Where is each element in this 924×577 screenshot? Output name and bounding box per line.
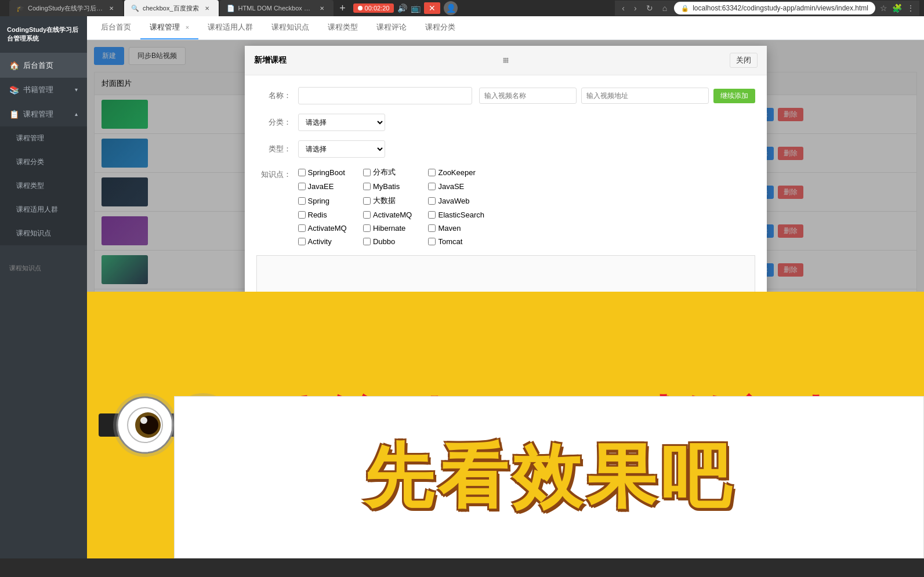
checkbox-redis[interactable]: Redis (298, 211, 354, 219)
drag-icon[interactable] (500, 55, 512, 66)
checkbox-activatemq-input[interactable] (363, 211, 371, 219)
tab-classify[interactable]: 课程分类 (416, 16, 465, 39)
tab-knowledge[interactable]: 课程知识点 (262, 16, 318, 39)
tab-course-mgmt[interactable]: 课程管理 × (140, 16, 198, 39)
sidebar-item-course-manage[interactable]: 课程管理 (0, 126, 87, 150)
sidebar-item-course-type[interactable]: 课程类型 (0, 174, 87, 198)
name-label: 名称： (256, 90, 291, 101)
tab-type[interactable]: 课程类型 (318, 16, 367, 39)
checkbox-redis-input[interactable] (298, 211, 306, 219)
checkbox-hibernate-input[interactable] (363, 224, 371, 232)
bookmark-icon[interactable]: ☆ (880, 3, 887, 13)
sidebar-item-course-knowledge[interactable]: 课程知识点 (0, 222, 87, 245)
app-logo: CodingStudy在线学习后台管理系统 (0, 16, 87, 53)
home-icon: 🏠 (9, 61, 19, 70)
checkbox-javase[interactable]: JavaSE (428, 182, 484, 191)
checkbox-javaweb-input[interactable] (428, 197, 436, 205)
sub-banner: 先看效果吧 (174, 396, 924, 558)
checkbox-springboot-input[interactable] (298, 169, 306, 176)
checkbox-activity[interactable]: Activity (298, 237, 354, 246)
name-input[interactable] (298, 87, 472, 104)
sidebar-item-course-classify[interactable]: 课程分类 (0, 150, 87, 174)
sidebar-home-label: 后台首页 (23, 60, 53, 71)
checkbox-springboot[interactable]: SpringBoot (298, 167, 354, 177)
checkbox-activatemq2-input[interactable] (298, 224, 306, 232)
category-field-row: 分类： 请选择 (256, 114, 755, 131)
checkbox-elasticsearch[interactable]: ElasticSearch (428, 211, 484, 219)
svg-point-3 (506, 61, 508, 63)
sidebar-item-extra[interactable]: 课程知识点 (0, 257, 87, 280)
category-select[interactable]: 请选择 (298, 114, 385, 131)
checkbox-distributed-input[interactable] (363, 169, 371, 176)
checkbox-zookeeper-label: ZooKeeper (438, 168, 475, 177)
extensions-icon[interactable]: 🧩 (892, 3, 902, 13)
checkbox-activatemq[interactable]: ActivateMQ (363, 211, 419, 219)
checkbox-activity-input[interactable] (298, 238, 306, 245)
tab-2-close[interactable]: ✕ (202, 3, 212, 13)
checkbox-hibernate[interactable]: Hibernate (363, 224, 419, 233)
sub-banner-text: 先看效果吧 (364, 430, 735, 525)
checkbox-mybatis[interactable]: MyBatis (363, 182, 419, 191)
video-name-input[interactable] (479, 88, 577, 104)
checkbox-maven[interactable]: Maven (428, 224, 484, 233)
tab-bar: 🎓 CodingStudy在线学习后台管理 ✕ 🔍 checkbox_百度搜索 … (5, 0, 462, 18)
checkbox-tomcat[interactable]: Tomcat (428, 237, 484, 246)
checkbox-dubbo-input[interactable] (363, 238, 371, 245)
checkbox-javaweb[interactable]: JavaWeb (428, 195, 484, 206)
type-select[interactable]: 请选择 (298, 140, 385, 158)
video-url-input[interactable] (581, 88, 709, 104)
checkbox-mybatis-input[interactable] (363, 183, 371, 190)
browser-tab-3[interactable]: 📄 HTML DOM Checkbox 对象 ✕ (220, 0, 334, 16)
tab-audience[interactable]: 课程适用人群 (198, 16, 262, 39)
address-input[interactable]: 🔒 localhost:63342/codingstudy-app/admin/… (674, 2, 875, 14)
checkbox-spring[interactable]: Spring (298, 195, 354, 206)
sidebar-item-home[interactable]: 🏠 后台首页 (0, 53, 87, 78)
checkbox-elasticsearch-input[interactable] (428, 211, 436, 219)
checkbox-distributed[interactable]: 分布式 (363, 167, 419, 177)
profile-icon[interactable]: 👤 (444, 1, 458, 15)
tab-dashboard[interactable]: 后台首页 (92, 16, 140, 39)
cast-icon[interactable]: 📺 (411, 3, 421, 13)
checkbox-javaee[interactable]: JavaEE (298, 182, 354, 191)
sidebar-item-courses[interactable]: 📋 课程管理 ▴ (0, 102, 87, 126)
course-type-label: 课程类型 (16, 181, 44, 191)
menu-icon[interactable]: ⋮ (907, 3, 915, 13)
record-time: 00:02:20 (365, 5, 390, 12)
home-button[interactable]: ⌂ (660, 2, 669, 14)
checkbox-javaee-input[interactable] (298, 183, 306, 190)
checkbox-tomcat-input[interactable] (428, 238, 436, 245)
address-bar: ‹ › ↻ ⌂ 🔒 localhost:63342/codingstudy-ap… (615, 1, 919, 16)
svg-point-0 (503, 58, 505, 60)
checkbox-zookeeper[interactable]: ZooKeeper (428, 167, 484, 177)
back-button[interactable]: ‹ (619, 2, 627, 14)
volume-icon[interactable]: 🔊 (397, 3, 407, 13)
close-browser-icon[interactable]: ✕ (424, 2, 440, 14)
sidebar-item-books[interactable]: 📚 书籍管理 ▾ (0, 78, 87, 102)
checkbox-javase-input[interactable] (428, 183, 436, 190)
browser-tab-1[interactable]: 🎓 CodingStudy在线学习后台管理 ✕ (9, 0, 123, 16)
tab-review[interactable]: 课程评论 (367, 16, 416, 39)
checkbox-maven-input[interactable] (428, 224, 436, 232)
modal-body: 名称： 继续添加 分类： 请选择 (245, 75, 767, 313)
checkbox-spring-input[interactable] (298, 197, 306, 205)
modal-close-button[interactable]: 关闭 (730, 53, 758, 68)
checkbox-activatemq2[interactable]: ActivateMQ (298, 224, 354, 233)
url-display: localhost:63342/codingstudy-app/admin/vi… (693, 4, 868, 12)
checkbox-dubbo[interactable]: Dubbo (363, 237, 419, 246)
tab-3-close[interactable]: ✕ (317, 3, 327, 13)
new-tab-button[interactable]: + (335, 0, 351, 16)
refresh-button[interactable]: ↻ (644, 2, 655, 14)
forward-button[interactable]: › (632, 2, 639, 14)
tab-1-close[interactable]: ✕ (107, 3, 116, 13)
browser-tab-2[interactable]: 🔍 checkbox_百度搜索 ✕ (124, 0, 219, 16)
svg-point-8 (505, 60, 506, 61)
continue-add-button[interactable]: 继续添加 (713, 89, 755, 103)
sidebar-books-label: 书籍管理 (23, 85, 53, 95)
checkbox-spring-label: Spring (308, 197, 330, 205)
checkbox-zookeeper-input[interactable] (428, 169, 436, 176)
svg-point-2 (503, 61, 505, 63)
tab-course-mgmt-close[interactable]: × (186, 24, 189, 31)
sidebar-item-course-audience[interactable]: 课程适用人群 (0, 198, 87, 222)
checkbox-bigdata[interactable]: 大数据 (363, 195, 419, 206)
checkbox-bigdata-input[interactable] (363, 197, 371, 205)
